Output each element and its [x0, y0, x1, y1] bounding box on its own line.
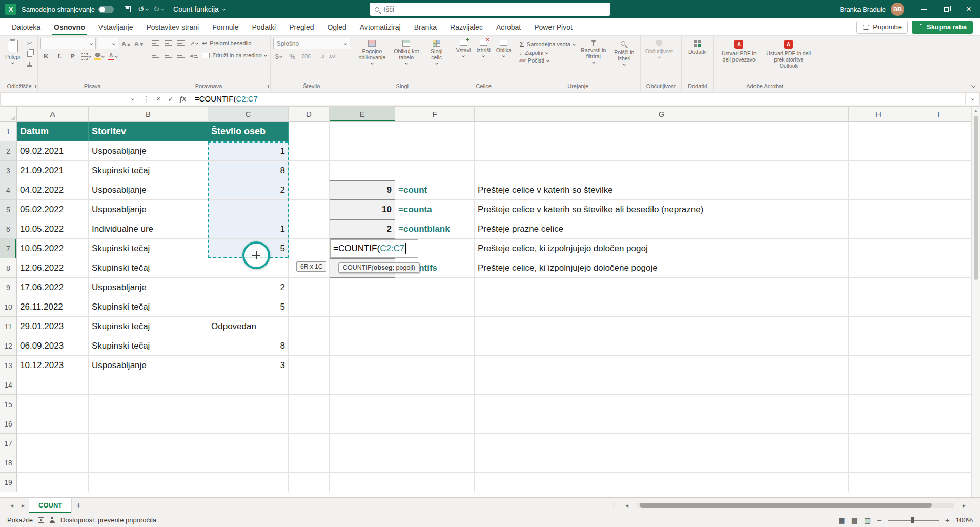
cell-I6[interactable] [908, 219, 969, 239]
cell-F2[interactable] [395, 141, 475, 161]
cell-I12[interactable] [908, 336, 969, 356]
cell-C15[interactable] [208, 395, 289, 414]
share-button[interactable]: Skupna raba [912, 21, 973, 34]
cell-I2[interactable] [908, 141, 969, 161]
row-header-10[interactable]: 10 [0, 297, 17, 317]
cell-B15[interactable] [89, 395, 208, 414]
hscroll-left-icon[interactable]: ◂ [621, 502, 632, 509]
cell-E19[interactable] [330, 473, 395, 492]
autosave-toggle[interactable]: Samodejno shranjevanje [22, 6, 114, 13]
column-header-I[interactable]: I [908, 107, 969, 122]
cell-G1[interactable] [475, 122, 849, 141]
create-pdf-share-outlook-button[interactable]: A Ustvari PDF in deli prek storitve Outl… [764, 38, 813, 70]
cell-A13[interactable]: 10.12.2023 [17, 356, 89, 375]
cell-B1[interactable]: Storitev [89, 122, 208, 141]
name-box[interactable] [0, 92, 138, 105]
cell-D12[interactable] [289, 336, 330, 356]
align-top-button[interactable] [150, 38, 160, 48]
cell-I15[interactable] [908, 395, 969, 414]
increase-decimal-button[interactable]: ←.0 [315, 51, 325, 62]
cell-A7[interactable]: 10.05.2022 [17, 239, 89, 258]
row-header-2[interactable]: 2 [0, 141, 17, 161]
cell-H7[interactable] [849, 239, 908, 258]
cell-A18[interactable] [17, 453, 89, 473]
column-header-G[interactable]: G [475, 107, 849, 122]
cell-E9[interactable] [330, 278, 395, 297]
cell-I17[interactable] [908, 434, 969, 453]
ribbon-tab-branka[interactable]: Branka [407, 18, 443, 35]
close-button[interactable]: × [957, 0, 980, 18]
ribbon-tab-pregled[interactable]: Pregled [282, 18, 320, 35]
align-bottom-button[interactable] [175, 38, 186, 48]
cell-C13[interactable]: 3 [208, 356, 289, 375]
cell-H8[interactable] [849, 258, 908, 278]
cell-A3[interactable]: 21.09.2021 [17, 161, 89, 180]
ribbon-tab-datoteka[interactable]: Datoteka [5, 18, 47, 35]
cell-E5[interactable]: 10 [330, 200, 395, 219]
cell-A6[interactable]: 10.05.2022 [17, 219, 89, 239]
cell-I4[interactable] [908, 180, 969, 200]
cell-G5[interactable]: Prešteje celice v katerih so številke al… [475, 200, 849, 219]
underline-button[interactable]: P [67, 51, 78, 62]
font-dialog-launcher[interactable] [141, 85, 145, 88]
paste-button[interactable]: Prilepi [4, 38, 22, 65]
cell-I3[interactable] [908, 161, 969, 180]
cell-G2[interactable] [475, 141, 849, 161]
column-header-F[interactable]: F [395, 107, 475, 122]
horizontal-scroll-thumb[interactable] [640, 503, 932, 508]
align-center-button[interactable] [162, 50, 173, 60]
cell-D17[interactable] [289, 434, 330, 453]
cell-G14[interactable] [475, 375, 849, 395]
align-right-button[interactable] [175, 50, 186, 60]
cell-F5[interactable]: =counta [395, 200, 475, 219]
column-header-E[interactable]: E [330, 107, 395, 122]
cell-H10[interactable] [849, 297, 908, 317]
formula-options-dots-icon[interactable]: ⋮ [140, 93, 152, 105]
cell-F16[interactable] [395, 414, 475, 434]
cell-I13[interactable] [908, 356, 969, 375]
cell-I14[interactable] [908, 375, 969, 395]
fill-color-button[interactable] [94, 51, 105, 62]
cell-B11[interactable]: Skupinski tečaj [89, 317, 208, 336]
document-title[interactable]: Count funkcija [173, 5, 225, 13]
cell-I18[interactable] [908, 453, 969, 473]
cell-B13[interactable]: Usposabljanje [89, 356, 208, 375]
cell-B5[interactable]: Usposabljanje [89, 200, 208, 219]
row-header-13[interactable]: 13 [0, 356, 17, 375]
cell-C5[interactable] [208, 200, 289, 219]
column-header-C[interactable]: C [208, 107, 289, 122]
row-header-6[interactable]: 6 [0, 219, 17, 239]
cell-F9[interactable] [395, 278, 475, 297]
cell-A8[interactable]: 12.06.2022 [17, 258, 89, 278]
row-header-5[interactable]: 5 [0, 200, 17, 219]
restore-button[interactable] [935, 0, 957, 18]
cell-F18[interactable] [395, 453, 475, 473]
row-header-11[interactable]: 11 [0, 317, 17, 336]
cell-F13[interactable] [395, 356, 475, 375]
cell-H15[interactable] [849, 395, 908, 414]
cell-D1[interactable] [289, 122, 330, 141]
normal-view-icon[interactable]: ▦ [839, 516, 845, 524]
cell-E16[interactable] [330, 414, 395, 434]
find-select-button[interactable]: Poišči in izberi [611, 38, 638, 66]
row-header-19[interactable]: 19 [0, 473, 17, 492]
align-left-button[interactable] [150, 50, 160, 60]
search-input[interactable] [383, 5, 605, 13]
zoom-out-icon[interactable]: − [877, 516, 882, 524]
save-icon[interactable] [121, 3, 134, 16]
row-header-7[interactable]: 7 [0, 239, 17, 258]
column-header-H[interactable]: H [849, 107, 908, 122]
vertical-scroll-thumb[interactable] [974, 116, 978, 280]
cell-G3[interactable] [475, 161, 849, 180]
cell-C4[interactable]: 2 [208, 180, 289, 200]
cell-F14[interactable] [395, 375, 475, 395]
insert-cells-button[interactable]: Vstavi [455, 38, 473, 58]
alignment-dialog-launcher[interactable] [265, 85, 269, 88]
zoom-in-icon[interactable]: + [945, 516, 950, 524]
cell-I11[interactable] [908, 317, 969, 336]
cell-A11[interactable]: 29.01.2023 [17, 317, 89, 336]
cell-A14[interactable] [17, 375, 89, 395]
cell-E18[interactable] [330, 453, 395, 473]
cell-A4[interactable]: 04.02.2022 [17, 180, 89, 200]
cell-B9[interactable]: Usposabljanje [89, 278, 208, 297]
